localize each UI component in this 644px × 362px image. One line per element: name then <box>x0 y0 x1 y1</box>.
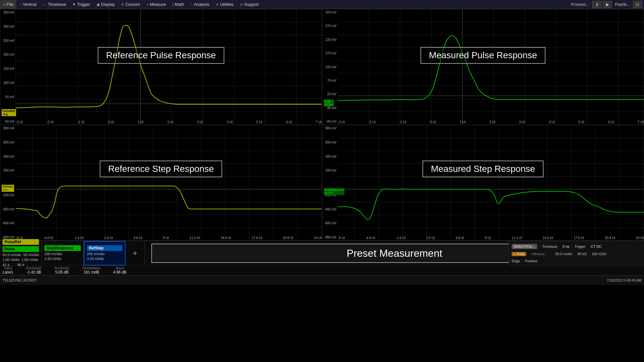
measure-icon: ≈ <box>147 0 148 9</box>
ch-tag-ref-step: RefStep0 m <box>2 185 14 192</box>
timestamp: 7/28/2023 5:49:45 AM <box>607 278 641 282</box>
grid-meas-pulse <box>322 9 644 125</box>
svg-rect-21 <box>322 9 644 125</box>
meas-preshoot2: PreShoot2 -1.42 dB <box>26 266 41 274</box>
status-bar: TELEDYNE LECROY 7/28/2023 5:49:45 AM <box>0 275 644 285</box>
warning-badge: ⚠ Pulse <box>512 252 526 256</box>
warning-row: ⚠ Pulse reference... 50.0 ns/div 80 kS 1… <box>512 252 641 256</box>
display-icon: ▣ <box>97 0 100 9</box>
top-right-controls: Processi... ⏸ ▶ Flashb... ⊡ <box>569 0 644 9</box>
sub-warning: reference... <box>531 252 548 256</box>
x-axis-ref-step: -8 UI -4.8 UI -1.6 UI 1.6 UI 4.8 UI 8 UI… <box>16 236 322 240</box>
channel-row: PulseRef Pulse 50.0 mV/div 50 mV/div 1.0… <box>0 241 644 265</box>
trigger-label: Trigger <box>574 245 585 248</box>
math-icon: ∫ <box>173 0 174 9</box>
memory-label: 80 kS <box>578 252 587 256</box>
ch-tag-ref-pulse: PulseRef-3 µ <box>2 109 16 116</box>
y-axis-ref-step: 800 mV 600 mV 400 mV 200 mV -200 mV -400… <box>0 125 16 240</box>
menu-timebase[interactable]: ↔ Timebase <box>40 0 70 9</box>
flashb-label: Flashb... <box>613 2 632 7</box>
menu-support[interactable]: ⊙ Support <box>237 0 262 9</box>
ch-label-pulse[interactable]: Pulse <box>3 246 39 252</box>
scope-area: 350 mV 300 mV 250 mV 200 mV 150 mV 100 m… <box>0 9 644 241</box>
menu-trigger[interactable]: ⚑ Trigger <box>69 0 93 9</box>
measurements-row: TxEQ Lane1 PreShoot2 -1.42 dB PreShoot1 … <box>0 265 644 275</box>
menu-cursors[interactable]: ✛ Cursors <box>118 0 143 9</box>
right-info-panel: SDAX:PCIe... Timebase 0 ns Trigger CT DC… <box>509 241 644 265</box>
menu-analysis[interactable]: ~ Analysis <box>187 0 213 9</box>
file-icon: ≡ <box>3 0 5 9</box>
menu-file[interactable]: ≡ File <box>0 0 16 9</box>
timebase-icon: ↔ <box>43 0 47 9</box>
panel-ref-step: 800 mV 600 mV 400 mV 200 mV -200 mV -400… <box>0 125 322 241</box>
ch-tag-meas-step: StepResponse50 mV <box>324 188 345 195</box>
x-axis-meas-step: -8 UI -4.8 UI -1.6 UI 1.6 UI 4.8 UI 8 UI… <box>338 236 644 240</box>
timebase-label: Timebase <box>542 245 558 248</box>
panel-meas-pulse: 320 mV 270 mV 220 mV 170 mV 120 mV 70 mV… <box>322 9 644 125</box>
polarity-label: Positive <box>525 259 538 263</box>
brand-label: TELEDYNE LECROY <box>3 278 37 282</box>
ch-tag-meas-pulse: Pulp20 mV <box>324 99 334 107</box>
add-channel-button[interactable]: + <box>126 241 145 265</box>
grid-ref-pulse <box>0 9 322 125</box>
y-axis-meas-step: 800 mV 600 mV 400 mV 200 mV -200 mV -400… <box>322 125 338 240</box>
menu-measure[interactable]: ≈ Measure <box>143 0 169 9</box>
edge-row: Edge Positive <box>512 259 641 263</box>
play-button[interactable]: ▶ <box>603 1 612 8</box>
processing-label: Processi... <box>569 2 591 7</box>
rate2-label: 160 GS/s <box>592 252 607 256</box>
y-axis-ref-pulse: 350 mV 300 mV 250 mV 200 mV 150 mV 100 m… <box>0 9 16 125</box>
ch-box-stepresponse[interactable]: StepResponse 200 mV/div 3.20 UI/div <box>42 241 84 265</box>
meas-preshoot1: PreShoot1 5.05 dB <box>54 266 70 274</box>
meas-boost: Boost 4.96 dB <box>113 266 127 274</box>
analysis-icon: ~ <box>191 0 193 9</box>
menu-utilities[interactable]: ✕ Utilities <box>213 0 237 9</box>
ch-box-pulseref[interactable]: PulseRef Pulse 50.0 mV/div 50 mV/div 1.0… <box>0 241 42 265</box>
ch-label-refstep[interactable]: RefStep <box>87 245 122 251</box>
menu-display[interactable]: ▣ Display <box>93 0 118 9</box>
ch-label-stepresponse[interactable]: StepResponse <box>44 245 81 251</box>
vertical-icon: ↕ <box>20 0 22 9</box>
trigger-icon: ⚑ <box>72 0 76 9</box>
sdax-label: SDAX:PCIe... <box>512 244 537 249</box>
menu-vertical[interactable]: ↕ Vertical <box>16 0 40 9</box>
y-axis-meas-pulse: 320 mV 270 mV 220 mV 170 mV 120 mV 70 mV… <box>322 9 338 125</box>
cursors-icon: ✛ <box>121 0 124 9</box>
grid-meas-step <box>322 125 644 240</box>
support-icon: ⊙ <box>240 0 243 9</box>
ch-label-pulseref[interactable]: PulseRef <box>3 239 39 245</box>
panel-ref-pulse: 350 mV 300 mV 250 mV 200 mV 150 mV 100 m… <box>0 9 322 125</box>
sample-rate: 50.0 ns/div <box>555 252 572 256</box>
timebase-val: 0 ns <box>563 245 570 248</box>
ch-box-refstep[interactable]: RefStep 200 mV/div 3.20 UI/div <box>84 241 126 265</box>
ch-value-stepresponse: 200 mV/div 3.20 UI/div <box>44 252 81 262</box>
ch-value-refstep: 200 mV/div 3.20 UI/div <box>87 252 122 262</box>
meas-deemphasis: Deemphasis 161 mdB <box>82 266 100 274</box>
panel-meas-step: 800 mV 600 mV 400 mV 200 mV -200 mV -400… <box>322 125 644 241</box>
menubar: ≡ File ↕ Vertical ↔ Timebase ⚑ Trigger ▣… <box>0 0 644 9</box>
trigger-val: CT DC <box>591 245 601 248</box>
pause-button[interactable]: ⏸ <box>592 1 602 8</box>
grid-ref-step <box>0 125 322 240</box>
edge-label: Edge <box>512 259 520 263</box>
meas-txeq: TxEQ Lane1 <box>3 266 13 274</box>
x-axis-ref-pulse: -3 UI -2 UI -1 UI 0 UI 1 UI 2 UI 3 UI 4 … <box>16 120 322 124</box>
menu-math[interactable]: ∫ Math <box>169 0 187 9</box>
x-axis-meas-pulse: -3 UI -2 UI -1 UI 0 UI 1 UI 2 UI 3 UI 4 … <box>338 120 644 124</box>
utilities-icon: ✕ <box>216 0 219 9</box>
ch-value-pulseref: 50.0 mV/div 50 mV/div 1.00 UI/div 1.00 U… <box>3 253 39 267</box>
sdax-row: SDAX:PCIe... Timebase 0 ns Trigger CT DC <box>512 244 641 249</box>
window-button[interactable]: ⊡ <box>633 1 642 8</box>
